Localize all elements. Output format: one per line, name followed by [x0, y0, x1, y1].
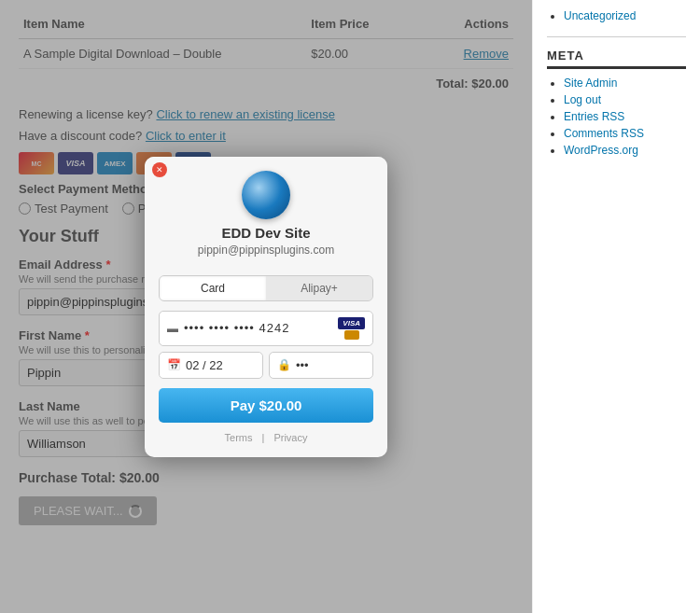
payment-modal: ✕ EDD Dev Site pippin@pippinsplugins.com…	[145, 157, 387, 457]
sidebar-meta-link[interactable]: WordPress.org	[564, 144, 638, 157]
card-fields: ▬ •••• •••• •••• 4242 VISA 📅 02 / 22	[145, 311, 387, 379]
pay-button[interactable]: Pay $20.00	[159, 388, 373, 423]
main-content: Item Name Item Price Actions A Sample Di…	[0, 0, 532, 613]
sidebar-meta-link[interactable]: Comments RSS	[564, 127, 644, 140]
sidebar-meta-link[interactable]: Log out	[564, 93, 601, 106]
uncategorized-link[interactable]: Uncategorized	[564, 9, 636, 22]
modal-logo	[242, 171, 290, 219]
sidebar-meta-item: Entries RSS	[564, 110, 686, 123]
visa-chip	[344, 330, 359, 340]
lock-icon: 🔒	[277, 358, 291, 371]
card-number-display: •••• •••• •••• 4242	[184, 321, 332, 335]
calendar-icon: 📅	[167, 358, 181, 371]
modal-site-name: EDD Dev Site	[221, 225, 310, 241]
card-expiry-field: 📅 02 / 22	[159, 352, 263, 379]
card-expiry-display: 02 / 22	[186, 358, 223, 372]
privacy-link[interactable]: Privacy	[273, 432, 307, 443]
modal-header: EDD Dev Site pippin@pippinsplugins.com	[145, 157, 387, 275]
visa-badge: VISA	[338, 317, 365, 329]
card-bottom-row: 📅 02 / 22 🔒 •••	[159, 352, 373, 379]
meta-title: META	[547, 49, 686, 69]
modal-email: pippin@pippinsplugins.com	[198, 244, 334, 257]
sidebar-meta-link[interactable]: Site Admin	[564, 77, 617, 90]
modal-footer: Terms | Privacy	[145, 432, 387, 443]
sidebar-divider	[547, 36, 686, 37]
terms-link[interactable]: Terms	[225, 432, 253, 443]
meta-list: Site AdminLog outEntries RSSComments RSS…	[547, 77, 686, 157]
modal-tabs: Card Alipay+	[159, 275, 373, 301]
uncategorized-section: Uncategorized	[547, 9, 686, 22]
tab-card[interactable]: Card	[160, 276, 266, 300]
sidebar-meta-item: WordPress.org	[564, 144, 686, 157]
card-number-icon: ▬	[167, 322, 178, 335]
sidebar-meta-link[interactable]: Entries RSS	[564, 110, 624, 123]
sidebar: Uncategorized META Site AdminLog outEntr…	[532, 0, 700, 613]
sidebar-item-uncategorized: Uncategorized	[564, 9, 686, 22]
tab-alipay[interactable]: Alipay+	[266, 276, 372, 300]
sidebar-meta-item: Log out	[564, 93, 686, 106]
modal-overlay: ✕ EDD Dev Site pippin@pippinsplugins.com…	[0, 0, 532, 613]
card-number-row: ▬ •••• •••• •••• 4242 VISA	[159, 311, 373, 346]
sidebar-meta-item: Comments RSS	[564, 127, 686, 140]
card-cvc-field: 🔒 •••	[269, 352, 373, 379]
modal-close-button[interactable]: ✕	[152, 162, 167, 177]
uncategorized-list: Uncategorized	[547, 9, 686, 22]
sidebar-meta-item: Site Admin	[564, 77, 686, 90]
card-cvc-display: •••	[296, 358, 309, 372]
